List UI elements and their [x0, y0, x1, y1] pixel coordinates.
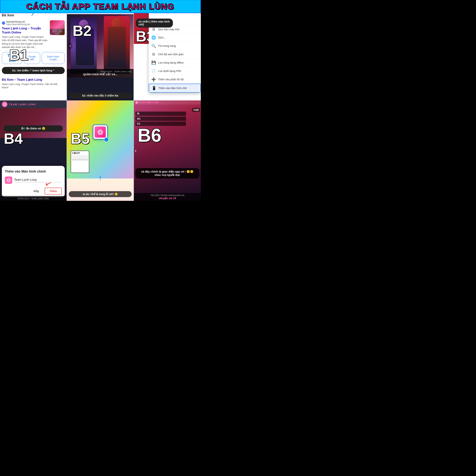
b2-label: B2	[72, 22, 91, 39]
b4-watermark-text: NHÓM DỊCH : TEAM LẠNH LÙNG	[17, 197, 49, 200]
add-to-home-dialog: Thêm vào Màn hình chính 🌸 Team Lạnh Lùng…	[2, 166, 65, 197]
app-icon-inner: 🌸	[95, 126, 106, 137]
menu-save-pdf[interactable]: 📄 Lưu dưới dạng PDF	[149, 67, 201, 75]
panel-b3: 🔒 teamlai ↻ ⋮ rùi nhấn [ thêm màn hình c…	[134, 0, 201, 101]
menu-add-shortcut[interactable]: ➕ Thêm vào phần lối tắt	[149, 75, 201, 84]
bottom-watermarks: TRUYỆN TRANH MANGAION.VN chuyện zui zẻ	[134, 193, 201, 201]
b4-header: 🌸 TEAM LẠNH LÙNG	[0, 101, 67, 108]
b4-site-logo: 🌸	[2, 102, 7, 107]
manga-bottom-text: NHÓM DỊCH : TEAM LẠNH LÙNG QUÂN CHÚA PHẾ…	[67, 69, 134, 77]
dialog-input-row: 🌸 Team Lạnh Lùng	[5, 176, 62, 184]
menu-translate-label: Dịch...	[158, 36, 166, 39]
thie-label: THIÊ	[192, 108, 200, 112]
menu-simple-view[interactable]: ⚙ Chế độ xem đơn giản	[149, 50, 201, 59]
search-result-1[interactable]: teamlanhlung.net https://teamlanhlung.ne…	[0, 19, 67, 51]
panel-b2: 🔒 teamlanhlung.net ↻ ⋮ 🌸 TEAM LẠNH LÙNG …	[67, 0, 134, 101]
add-button[interactable]: Thêm	[45, 187, 62, 194]
dialog-app-name[interactable]: Team Lạnh Lùng	[14, 178, 62, 182]
menu-find[interactable]: 🔍 Tìm trong trang	[149, 42, 201, 50]
find-icon: 🔍	[151, 44, 156, 48]
result-url: teamlanhlung.net	[6, 20, 30, 23]
b6-manga-text1: ỒI NG ŨA	[135, 112, 186, 127]
desktop-icon: 🖥	[151, 27, 156, 32]
nhom-dich-b2: NHÓM DỊCH : TEAM LẠNH LÙNG	[68, 70, 132, 73]
bubble-b6: và đây chính là giao diện app nè ! 😚😚 ch…	[135, 168, 199, 178]
thumb-label: NHÓM DỊCH: TEAM LẠNH LÙNG	[50, 29, 65, 35]
bubble-b6-text: và đây chính là giao diện app nè ! 😚😚 ch…	[141, 170, 194, 176]
panel-b4: 🌸 TEAM LẠNH LÙNG ồi ! ấn thêm nè 😉 B4 Th…	[0, 101, 67, 201]
dialog-app-icon: 🌸	[5, 176, 12, 184]
menu-translate[interactable]: 🌐 Dịch...	[149, 34, 201, 42]
homescreen-icon: 📱	[152, 86, 156, 90]
b5-label: B5	[71, 130, 90, 147]
b1-label: B1	[9, 47, 28, 64]
translate-icon: 🌐	[151, 35, 156, 40]
b6-header: 🌸 TEAM LẠNH LÙNG	[134, 101, 201, 104]
menu-add-homescreen[interactable]: 📱 Thêm vào Màn hình chờ	[149, 84, 201, 93]
b4-label: B4	[4, 130, 23, 147]
cancel-button[interactable]: Hủy	[30, 187, 43, 194]
title-text: CÁCH TẢI APP TEAM LẠNH LÙNG	[26, 2, 174, 11]
pdf-icon: 📄	[151, 69, 156, 73]
result-thumbnail: NHÓM DỊCH: TEAM LẠNH LÙNG	[50, 20, 65, 35]
panel-b6: 🌸 TEAM LẠNH LÙNG ‹ ỒI NG ŨA B6 và đây ch…	[134, 101, 201, 201]
char-right	[104, 16, 130, 74]
dialog-title: Thêm vào Màn hình chính	[5, 170, 62, 173]
menu-shortcut-label: Thêm vào phần lối tắt	[158, 78, 184, 81]
prev-arrow-b6[interactable]: ‹	[135, 148, 136, 153]
b6-label: B6	[137, 125, 161, 146]
search-result-2[interactable]: Đã Xem – Team Lạnh Lùng Team Lạnh Lùng. …	[0, 75, 67, 91]
favicon	[2, 21, 5, 25]
b6-site-title: 🌸 TEAM LẠNH LÙNG	[135, 101, 159, 104]
menu-homescreen-label: Thêm vào Màn hình chờ	[158, 87, 187, 90]
result-title-2[interactable]: Đã Xem – Team Lạnh Lùng	[2, 78, 65, 82]
watermark1: TRUYỆN TRANH MANGAION.VN	[135, 194, 200, 197]
result-desc-2: Team Lạnh Lùng. Truyện Tranh Online. Gần…	[2, 83, 65, 89]
bubble-b5: ta da ! thế là xong ồi nè!! 😊	[69, 191, 132, 197]
menu-save-offline-label: Lưu trang dạng offline	[158, 61, 184, 64]
bubble-b1: b1: tìm kiếm :" team lạnh lùng "	[2, 67, 65, 74]
panel-b5: 儿童识字 🌸 🌐 ↑ B5 ta da ! thế là xong ồi nè!…	[67, 101, 134, 201]
prev-arrow-b2[interactable]: ‹	[68, 42, 72, 49]
menu-pdf-label: Lưu dưới dạng PDF	[158, 69, 182, 72]
bubble-b3: rùi nhấn [ thêm màn hình chờ]	[136, 18, 173, 28]
result-url-full: https://teamlanhlung.net	[6, 23, 30, 26]
menu-simple-label: Chế độ xem đơn giản	[158, 53, 184, 56]
menu-save-offline[interactable]: 💾 Lưu trang dạng offline	[149, 59, 201, 67]
blue-arrow-b5: ↑	[98, 174, 102, 182]
watermark2: chuyện zui zẻ	[135, 197, 200, 200]
danh-sach-button[interactable]: Danh Sách Truyện	[42, 52, 65, 64]
chrome-badge: 🌐	[104, 137, 109, 142]
manga-title-b2: QUÂN CHÚA PHẾ VẬT VÀ...	[68, 73, 132, 76]
result-title-1[interactable]: Team Lạnh Lùng – Truyện Tranh Online	[2, 26, 48, 34]
menu-find-label: Tìm trong trang	[158, 44, 176, 47]
b4-site-title: TEAM LẠNH LÙNG	[9, 103, 65, 106]
menu-desktop-label: Xem bản máy tính	[158, 28, 179, 31]
shortcut-icon: ➕	[151, 77, 156, 82]
b4-watermark: NHÓM DỊCH : TEAM LẠNH LÙNG	[0, 196, 67, 201]
bubble-b2: b2: nhấn vào dấu 3 chấm kia	[69, 93, 132, 99]
panel-b1: 🔍 team lạnh lùng 🎤 📷 Đã Xem teamlanhlung…	[0, 0, 67, 101]
save-offline-icon: 💾	[151, 60, 156, 65]
simple-view-icon: ⚙	[151, 52, 156, 56]
thie-text: THIÊ	[193, 109, 199, 111]
dialog-buttons: Hủy Thêm	[5, 187, 62, 194]
title-banner: CÁCH TẢI APP TEAM LẠNH LÙNG	[0, 0, 201, 13]
